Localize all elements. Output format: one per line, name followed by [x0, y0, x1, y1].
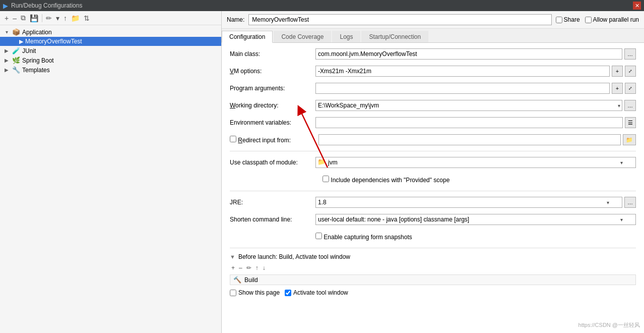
tree-label: MemoryOverflowTest [25, 38, 82, 45]
tree-area: ▾ 📦 Application ▶ MemoryOverflowTest ▶ 🧪… [0, 25, 221, 333]
activate-tool-label[interactable]: Activate tool window [285, 289, 348, 296]
working-dir-input[interactable] [315, 100, 622, 111]
redirect-checkbox[interactable] [230, 136, 236, 142]
title-bar-title: Run/Debug Configurations [11, 2, 82, 9]
copy-button[interactable]: ⧉ [19, 13, 27, 23]
redirect-input-field[interactable] [318, 134, 621, 145]
build-item[interactable]: 🔨 Build [230, 274, 636, 285]
enable-capturing-row: Enable capturing form snapshots [230, 231, 636, 243]
allow-parallel-checkbox-label[interactable]: Allow parallel run [585, 16, 639, 23]
sidebar-item-junit[interactable]: ▶ 🧪 JUnit [0, 46, 221, 56]
tree-label: Templates [22, 67, 50, 74]
vm-options-input[interactable] [315, 66, 610, 77]
edit-button[interactable]: ✏ [44, 13, 53, 23]
save-button[interactable]: 💾 [28, 13, 40, 23]
env-vars-row: Environment variables: ☰ [230, 117, 636, 129]
folder-button[interactable]: 📁 [70, 13, 81, 23]
add-button[interactable]: + [3, 13, 10, 23]
before-launch-header: ▼ Before launch: Build, Activate tool wi… [230, 253, 636, 260]
program-args-row: Program arguments: + ⤢ [230, 82, 636, 94]
env-vars-browse-button[interactable]: ☰ [625, 117, 636, 128]
tab-code-coverage[interactable]: Code Coverage [274, 31, 331, 42]
remove-button[interactable]: – [11, 13, 18, 23]
working-dir-browse-button[interactable]: … [624, 100, 636, 111]
share-checkbox-label[interactable]: Share [556, 16, 580, 23]
main-class-browse-button[interactable]: … [624, 48, 636, 60]
before-launch-move-up[interactable]: ↑ [254, 263, 260, 272]
activate-tool-checkbox[interactable] [285, 290, 291, 296]
vm-options-row: VM options: + ⤢ [230, 65, 636, 77]
classpath-row: Use classpath of module: jvm 📁 ▾ [230, 156, 636, 169]
tab-configuration[interactable]: Configuration [222, 31, 273, 43]
main-class-input[interactable] [315, 48, 622, 60]
sidebar-item-memory-overflow[interactable]: ▶ MemoryOverflowTest [0, 37, 221, 46]
run-config-icon: ▶ [19, 38, 23, 45]
sidebar-item-templates[interactable]: ▶ 🔧 Templates [0, 65, 221, 75]
show-page-checkbox[interactable] [230, 290, 236, 296]
tab-startup-connection[interactable]: Startup/Connection [361, 31, 428, 42]
tabs-bar: Configuration Code Coverage Logs Startup… [222, 29, 644, 43]
redirect-input-label: Redirect input from: [238, 137, 291, 144]
tree-arrow: ▶ [3, 57, 10, 64]
sidebar-item-application[interactable]: ▾ 📦 Application [0, 27, 221, 37]
redirect-input-row: Redirect input from: 📁 [230, 134, 636, 146]
tree-arrow: ▶ [3, 47, 10, 54]
main-class-row: Main class: … [230, 48, 636, 60]
watermark: https://CSDN @一丝轻风 [578, 321, 640, 329]
program-args-fullscreen-button[interactable]: ⤢ [625, 83, 636, 94]
tab-logs[interactable]: Logs [332, 31, 360, 42]
move-up-button[interactable]: ↑ [62, 13, 69, 23]
before-launch-section: ▼ Before launch: Build, Activate tool wi… [230, 253, 636, 285]
sidebar-item-spring-boot[interactable]: ▶ 🌿 Spring Boot [0, 56, 221, 65]
classpath-select[interactable]: jvm [315, 157, 636, 168]
enable-capturing-checkbox[interactable] [315, 233, 322, 239]
close-button[interactable]: ✕ [633, 2, 641, 10]
include-deps-checkbox[interactable] [323, 176, 329, 182]
shorten-cmd-label: Shorten command line: [230, 216, 315, 223]
redirect-browse-button[interactable]: 📁 [623, 134, 636, 145]
allow-parallel-checkbox[interactable] [585, 17, 592, 23]
name-input[interactable] [248, 14, 551, 25]
vm-expand-button[interactable]: + [612, 66, 623, 77]
left-panel: + – ⧉ 💾 ✏ ▾ ↑ 📁 ⇅ ▾ 📦 Application ▶ Memo… [0, 11, 222, 333]
config-header: Name: Share Allow parallel run [222, 11, 644, 29]
program-args-label: Program arguments: [230, 85, 315, 92]
show-page-label[interactable]: Show this page [230, 289, 280, 296]
tree-arrow: ▾ [3, 29, 10, 36]
tree-arrow: ▶ [3, 67, 10, 74]
config-area: Main class: … VM options: + ⤢ [222, 43, 644, 333]
include-deps-label[interactable]: Include dependencies with "Provided" sco… [323, 176, 449, 184]
name-label: Name: [227, 16, 244, 23]
before-launch-remove[interactable]: – [237, 263, 244, 272]
program-args-expand-button[interactable]: + [612, 83, 623, 94]
tree-label: Application [22, 29, 52, 36]
vm-options-label: VM options: [230, 68, 315, 75]
title-bar: ▶ Run/Debug Configurations ✕ [0, 0, 644, 11]
tree-label: JUnit [22, 47, 36, 54]
vm-fullscreen-button[interactable]: ⤢ [625, 66, 636, 77]
dropdown-button[interactable]: ▾ [54, 13, 61, 23]
main-class-label: Main class: [230, 50, 315, 58]
before-launch-move-down[interactable]: ↓ [261, 263, 267, 272]
share-checkbox[interactable] [556, 17, 562, 23]
build-label: Build [244, 276, 258, 284]
working-dir-row: Working directory: ▾ … [230, 99, 636, 112]
env-vars-input[interactable] [315, 117, 623, 128]
before-launch-edit[interactable]: ✏ [245, 263, 253, 272]
application-icon: 📦 [12, 28, 20, 36]
enable-capturing-label[interactable]: Enable capturing form snapshots [315, 233, 412, 241]
before-launch-add[interactable]: + [230, 263, 236, 272]
program-args-input[interactable] [315, 83, 610, 94]
spring-icon: 🌿 [12, 57, 20, 64]
classpath-label: Use classpath of module: [230, 159, 315, 166]
shorten-cmd-row: Shorten command line: user-local default… [230, 213, 636, 226]
jre-label: JRE: [230, 199, 315, 206]
sort-button[interactable]: ⇅ [82, 13, 91, 23]
before-launch-label: Before launch: Build, Activate tool wind… [238, 253, 350, 260]
toolbar: + – ⧉ 💾 ✏ ▾ ↑ 📁 ⇅ [0, 11, 221, 25]
jre-select[interactable]: 1.8 [315, 197, 622, 208]
jre-browse-button[interactable]: … [624, 197, 636, 208]
jre-row: JRE: 1.8 ▾ … [230, 196, 636, 208]
collapse-arrow[interactable]: ▼ [230, 254, 235, 260]
shorten-cmd-select[interactable]: user-local default: none - java [options… [315, 214, 636, 225]
